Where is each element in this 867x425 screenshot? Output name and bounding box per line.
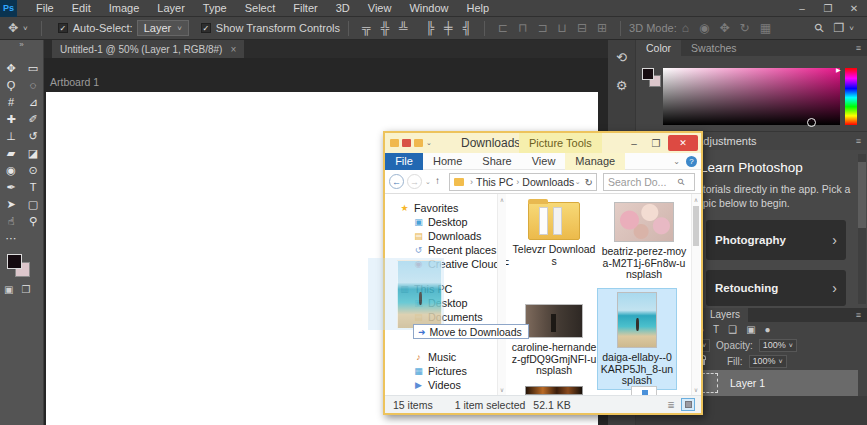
hand-tool[interactable]: ☝ xyxy=(2,214,20,228)
move-tool-icon[interactable]: ✥ xyxy=(8,21,18,35)
menu-layer[interactable]: Layer xyxy=(148,0,194,17)
nav-fav-recent-places[interactable]: ↺ Recent places xyxy=(413,243,496,256)
up-icon[interactable]: ↑ xyxy=(435,175,440,186)
color-picker-ring[interactable] xyxy=(807,118,816,127)
search-input[interactable] xyxy=(604,176,678,188)
type-tool[interactable]: T xyxy=(24,180,42,194)
recent-pages-icon[interactable]: ⌄ xyxy=(425,178,431,186)
quick-selection-tool[interactable]: ◌ xyxy=(24,78,42,92)
breadcrumb-this-pc[interactable]: This PC xyxy=(476,176,513,188)
details-view-icon[interactable]: ≣ xyxy=(664,398,678,411)
menu-window[interactable]: Window xyxy=(400,0,457,17)
menu-filter[interactable]: Filter xyxy=(284,0,326,17)
zoom-tool[interactable]: ⚲ xyxy=(24,214,42,228)
align-middle-icon[interactable]: ╬ xyxy=(380,21,389,35)
eraser-tool[interactable]: ▰ xyxy=(2,146,20,160)
path-selection-tool[interactable]: ➤ xyxy=(2,197,20,211)
color-spectrum-field[interactable] xyxy=(663,68,840,125)
menu-select[interactable]: Select xyxy=(236,0,285,17)
gradient-tool[interactable]: ◪ xyxy=(24,146,42,160)
lasso-tool[interactable]: Ϙ xyxy=(2,78,20,92)
menu-view[interactable]: View xyxy=(359,0,401,17)
fill-dropdown[interactable]: 100% ˅ xyxy=(749,355,787,368)
pen-tool[interactable]: ✒ xyxy=(2,180,20,194)
align-top-icon[interactable]: ╦ xyxy=(362,21,371,35)
filter-type-icon[interactable]: T xyxy=(713,324,719,335)
learn-topic-photography[interactable]: Photography › xyxy=(706,220,846,260)
nav-pc-pictures[interactable]: ▦ Pictures xyxy=(413,364,467,377)
properties-panel-icon[interactable]: ⚙ xyxy=(612,76,632,96)
tool-preset-caret-icon[interactable]: ˅ xyxy=(23,24,28,33)
tab-swatches[interactable]: Swatches xyxy=(681,42,747,54)
picture-tools-tab[interactable]: Picture Tools xyxy=(519,133,602,153)
scroll-down-icon[interactable]: ∨ xyxy=(692,386,700,393)
nav-favorites[interactable]: ★ Favorites xyxy=(399,201,458,214)
align-left-icon[interactable]: ╠ xyxy=(426,21,435,35)
explorer-title-bar[interactable]: ⌄ Downloads Picture Tools – ❐ ✕ xyxy=(385,133,701,153)
file-thumbnail-partial-2[interactable] xyxy=(601,386,687,395)
tab-manage[interactable]: Manage xyxy=(565,153,625,170)
align-right-icon[interactable]: ╣ xyxy=(463,21,472,35)
qat-folder-icon[interactable] xyxy=(390,139,399,147)
tab-layers[interactable]: Layers xyxy=(702,308,748,322)
nav-fav-desktop[interactable]: ▣ Desktop xyxy=(413,215,468,228)
tab-home[interactable]: Home xyxy=(423,155,472,167)
eyedropper-tool[interactable]: ⊿ xyxy=(24,95,42,109)
document-tab[interactable]: Untitled-1 @ 50% (Layer 1, RGB/8#) × xyxy=(52,40,244,58)
artboard-label[interactable]: Artboard 1 xyxy=(50,76,99,88)
nav-pc-music[interactable]: ♪ Music xyxy=(413,350,456,363)
file-beatriz-unsplash[interactable]: beatriz-perez-moya-M2T1j-6Fn8w-unsplash xyxy=(601,202,687,281)
file-televzr-downloads[interactable]: Televzr Downloads xyxy=(511,202,597,267)
brush-tool[interactable]: ✐ xyxy=(24,112,42,126)
scrollbar-thumb[interactable] xyxy=(693,206,699,246)
adjustments-title[interactable]: Adjustments xyxy=(696,135,757,147)
adjustments-menu-icon[interactable]: ≡ xyxy=(856,136,861,146)
address-box[interactable]: › This PC › Downloads ⌄ ↻ xyxy=(449,173,597,191)
blur-tool[interactable]: ◉ xyxy=(2,163,20,177)
align-bottom-icon[interactable]: ╩ xyxy=(399,21,408,35)
qat-new-folder-icon[interactable] xyxy=(414,139,423,147)
ps-restore-icon[interactable]: ❐ xyxy=(815,0,841,17)
align-center-icon[interactable]: ╪ xyxy=(444,21,453,35)
crop-tool[interactable]: # xyxy=(2,95,20,109)
layers-menu-icon[interactable]: ≡ xyxy=(856,310,861,320)
workspace-icon[interactable]: ❐ xyxy=(834,21,845,35)
shape-tool[interactable]: ▢ xyxy=(24,197,42,211)
refresh-icon[interactable]: ↻ xyxy=(585,177,596,188)
ps-minimize-icon[interactable]: – xyxy=(789,0,815,17)
ribbon-expand-icon[interactable]: ⌄ xyxy=(673,157,680,166)
menu-3d[interactable]: 3D xyxy=(327,0,359,17)
menu-help[interactable]: Help xyxy=(458,0,499,17)
search-box[interactable]: ⚲ xyxy=(603,173,695,191)
hue-slider[interactable] xyxy=(845,68,857,125)
tab-color[interactable]: Color xyxy=(636,40,681,56)
menu-file[interactable]: File xyxy=(27,0,63,17)
move-tool[interactable]: ✥ xyxy=(2,61,20,75)
panel-menu-icon[interactable]: ≡ xyxy=(856,43,861,53)
nav-scrollbar[interactable]: ∧ ∨ xyxy=(497,194,506,395)
learn-scrollbar-thumb[interactable] xyxy=(858,162,866,228)
filter-shape-icon[interactable]: ❑ xyxy=(728,324,737,335)
filter-smart-icon[interactable]: ▣ xyxy=(746,324,755,335)
tab-share[interactable]: Share xyxy=(472,155,521,167)
ps-close-icon[interactable]: ✕ xyxy=(841,0,867,17)
file-daiga-unsplash-selected[interactable]: daiga-ellaby--0KARP5Jh_8-unsplash xyxy=(597,288,677,390)
nav-pc-videos[interactable]: ▶ Videos xyxy=(413,378,461,391)
workspace-caret-icon[interactable]: ˅ xyxy=(849,24,854,33)
filter-fx-icon[interactable]: ● xyxy=(765,324,771,335)
tab-view[interactable]: View xyxy=(522,155,566,167)
marquee-tool[interactable]: ▭ xyxy=(24,61,42,75)
history-brush-tool[interactable]: ↺ xyxy=(24,129,42,143)
layer-thumbnail[interactable] xyxy=(702,373,718,393)
tab-file[interactable]: File xyxy=(385,153,423,170)
explorer-maximize-icon[interactable]: ❐ xyxy=(646,138,666,149)
quick-mask-icon[interactable]: ▣ xyxy=(4,284,13,295)
address-dropdown-icon[interactable]: ⌄ xyxy=(575,178,585,186)
scroll-up-icon[interactable]: ∧ xyxy=(498,194,506,203)
close-tab-icon[interactable]: × xyxy=(230,44,236,55)
edit-toolbar-icon[interactable]: ⋯ xyxy=(2,231,20,245)
qat-properties-icon[interactable] xyxy=(402,139,411,147)
foreground-color-swatch[interactable] xyxy=(7,254,22,269)
breadcrumb-downloads[interactable]: Downloads xyxy=(522,176,574,188)
nav-fav-downloads[interactable]: ▤ Downloads xyxy=(413,229,481,242)
